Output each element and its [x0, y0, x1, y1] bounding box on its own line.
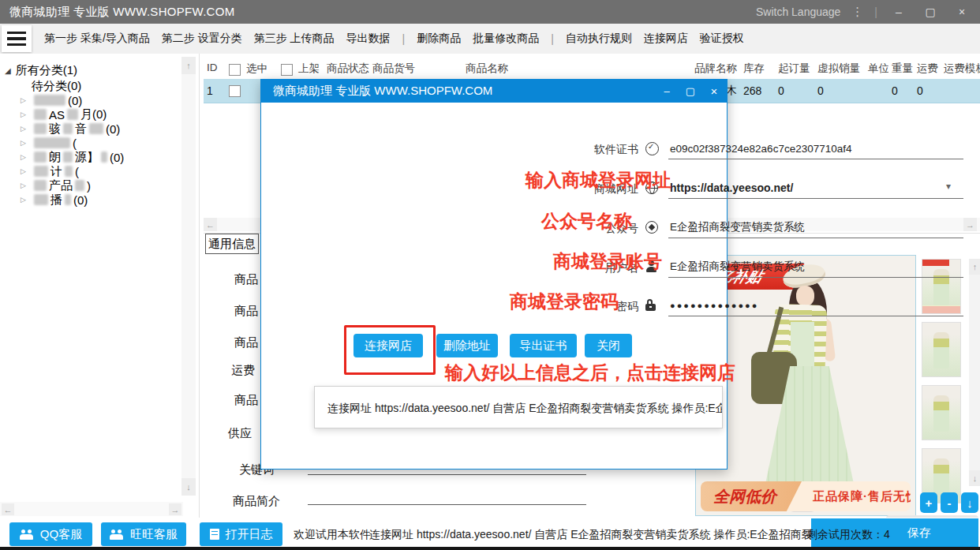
- scroll-right-icon[interactable]: →: [169, 503, 181, 515]
- scroll-up-icon[interactable]: ↑: [181, 57, 196, 74]
- menu-item-6[interactable]: 批量修改商品: [473, 32, 539, 46]
- scroll-left-icon[interactable]: ←: [204, 218, 217, 231]
- store-url-input[interactable]: [668, 178, 967, 198]
- tree-item-1[interactable]: ▷AS月(0): [0, 107, 181, 122]
- more-options-icon[interactable]: ⋮: [851, 5, 863, 19]
- collapsed-caret-icon[interactable]: ▷: [21, 125, 26, 133]
- delete-address-button[interactable]: 删除地址: [436, 334, 498, 357]
- cell-10: 0: [775, 84, 814, 97]
- menu-item-8[interactable]: 自动执行规则: [566, 32, 632, 46]
- tree-item-label: 朗: [49, 150, 61, 165]
- menu-item-9[interactable]: 连接网店: [644, 32, 688, 46]
- collapsed-caret-icon[interactable]: ▷: [21, 96, 26, 104]
- checkbox[interactable]: [229, 85, 241, 97]
- checkbox[interactable]: [281, 64, 293, 76]
- tree-item-label: (0): [106, 122, 120, 136]
- tree-item-label: (: [75, 165, 79, 178]
- tree-item-4[interactable]: ▷朗源】(0): [0, 150, 181, 164]
- keywords-input[interactable]: [308, 474, 586, 475]
- tree-item-2[interactable]: ▷骇音(0): [0, 122, 181, 136]
- menu-item-0[interactable]: 第一步 采集/导入商品: [44, 32, 150, 46]
- maximize-button[interactable]: ▢: [920, 6, 941, 18]
- saved-connection-item[interactable]: 连接网址 https://data.yeesoo.net/ 自营店 E企盈招商裂…: [314, 386, 723, 428]
- open-log-button[interactable]: 打开日志: [200, 522, 282, 546]
- zoom-out-button[interactable]: -: [941, 492, 958, 513]
- expanded-caret-icon[interactable]: ◢: [5, 66, 11, 75]
- password-input[interactable]: [668, 295, 967, 316]
- dialog-maximize-button[interactable]: ▢: [679, 79, 702, 103]
- menu-item-5[interactable]: 删除商品: [417, 32, 461, 46]
- column-header-7: 商品名称: [462, 62, 691, 79]
- password-field-wrap: [668, 295, 963, 316]
- tree-item-all-categories[interactable]: ◢ 所有分类(1): [5, 63, 77, 78]
- form-label: 商品: [234, 272, 258, 287]
- tree-item-6[interactable]: ▷产品): [0, 178, 181, 193]
- tree-item-7[interactable]: ▷播(0): [0, 193, 181, 207]
- redacted-text: [101, 152, 107, 163]
- people-icon: [20, 529, 34, 540]
- minimize-button[interactable]: –: [888, 6, 909, 18]
- tab-general-info[interactable]: 通用信息: [205, 234, 259, 254]
- menu-item-10[interactable]: 验证授权: [700, 32, 744, 46]
- store-url-field-wrap: [668, 178, 963, 199]
- tree-vertical-scrollbar[interactable]: [181, 57, 196, 496]
- collapsed-caret-icon[interactable]: ▷: [21, 167, 26, 175]
- url-dropdown-icon[interactable]: ▾: [946, 181, 951, 192]
- collapsed-caret-icon[interactable]: ▷: [21, 181, 26, 189]
- dialog-minimize-button[interactable]: –: [655, 79, 679, 103]
- qq-support-label: QQ客服: [40, 527, 82, 542]
- scroll-down-icon[interactable]: ↓: [181, 478, 196, 496]
- tree-item-label: 月(0): [80, 107, 107, 122]
- column-header-5: 商品状态: [324, 62, 369, 79]
- download-image-button[interactable]: ↓: [961, 492, 978, 513]
- price-badge: 全网低价: [701, 481, 802, 511]
- scroll-left-icon[interactable]: ←: [2, 503, 14, 515]
- scroll-up-icon[interactable]: ↑: [969, 259, 980, 275]
- cell-13: 0: [888, 84, 914, 97]
- export-certificate-button[interactable]: 导出证书: [510, 334, 577, 357]
- thumbnail-scrollbar[interactable]: [969, 259, 980, 486]
- form-label: 运费: [231, 363, 255, 378]
- collapsed-caret-icon[interactable]: ▷: [21, 153, 26, 161]
- tree-item-label: 音: [75, 122, 87, 137]
- hamburger-menu-icon[interactable]: [2, 25, 32, 52]
- wangwang-support-button[interactable]: 旺旺客服: [101, 522, 186, 546]
- menu-item-1[interactable]: 第二步 设置分类: [162, 32, 242, 46]
- menu-item-3[interactable]: 导出数据: [346, 32, 391, 46]
- qq-support-button[interactable]: QQ客服: [9, 522, 92, 546]
- zoom-in-button[interactable]: +: [920, 492, 937, 513]
- thumbnail-3[interactable]: [922, 385, 961, 440]
- tree-horizontal-scrollbar[interactable]: [0, 502, 183, 516]
- certificate-field-wrap: [668, 138, 963, 159]
- collapsed-caret-icon[interactable]: ▷: [21, 196, 26, 204]
- cell-14: 0: [914, 84, 941, 97]
- annotation-login-password: 商城登录密码: [510, 290, 619, 314]
- thumbnail-2[interactable]: [922, 322, 961, 377]
- close-dialog-button[interactable]: 关闭: [585, 334, 632, 357]
- description-input[interactable]: [308, 504, 586, 505]
- certificate-check-icon: [645, 142, 659, 155]
- collapsed-caret-icon[interactable]: ▷: [21, 139, 26, 147]
- redacted-text: [63, 152, 73, 163]
- tree-item-label: (0): [68, 94, 82, 107]
- menu-item-2[interactable]: 第三步 上传商品: [254, 32, 335, 46]
- certificate-input[interactable]: [668, 138, 967, 159]
- row-checkbox-cell: [224, 85, 243, 97]
- username-input[interactable]: [668, 256, 967, 277]
- tree-item-5[interactable]: ▷计(: [0, 164, 181, 178]
- tree-item-3[interactable]: ▷(: [0, 136, 181, 150]
- redacted-text: [63, 123, 73, 134]
- tree-item-0[interactable]: ▷(0): [0, 93, 181, 107]
- close-button[interactable]: ×: [952, 6, 972, 18]
- scroll-down-icon[interactable]: ↓: [969, 470, 980, 486]
- lock-icon: [645, 299, 656, 311]
- checkbox[interactable]: [229, 64, 241, 76]
- thumbnail-image: [933, 458, 949, 495]
- thumbnail-image: [933, 395, 949, 432]
- official-account-input[interactable]: [668, 217, 967, 238]
- collapsed-caret-icon[interactable]: ▷: [21, 110, 26, 118]
- save-label: 保存: [907, 526, 931, 541]
- tree-item-pending[interactable]: 待分类(0): [32, 79, 81, 94]
- dialog-close-button[interactable]: ×: [702, 79, 726, 103]
- switch-language-button[interactable]: Switch Language: [756, 6, 840, 18]
